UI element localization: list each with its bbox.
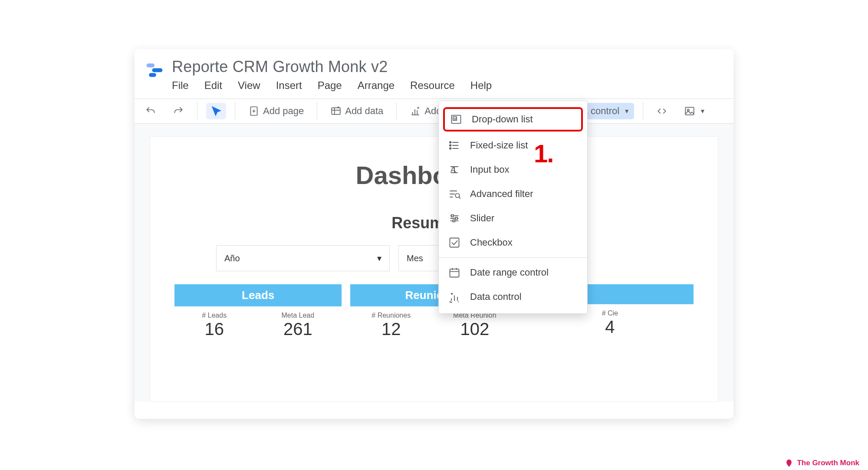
menu-insert[interactable]: Insert xyxy=(276,79,302,92)
svg-point-14 xyxy=(450,141,451,143)
page-title: Dashboard C xyxy=(174,161,694,190)
svg-rect-23 xyxy=(450,269,459,277)
menu-item-dropdown-list[interactable]: Drop-down list xyxy=(443,107,583,131)
menu-item-advanced-filter[interactable]: Advanced filter xyxy=(439,182,587,206)
header: Reporte CRM Growth Monk v2 File Edit Vie… xyxy=(135,49,733,92)
svg-rect-10 xyxy=(685,107,694,115)
menu-item-slider[interactable]: Slider xyxy=(439,206,587,230)
svg-point-18 xyxy=(455,194,459,197)
report-page: Dashboard C Resumen Y Año▾ Mes Leads # L… xyxy=(150,137,718,401)
calendar-icon xyxy=(448,266,460,279)
section-title: Resumen Y xyxy=(174,214,694,232)
checkbox-icon xyxy=(448,237,460,249)
embed-button[interactable] xyxy=(652,103,672,119)
redo-button[interactable] xyxy=(168,103,188,119)
menu-edit[interactable]: Edit xyxy=(204,79,222,92)
svg-point-16 xyxy=(450,148,451,149)
svg-text:A: A xyxy=(450,165,456,174)
add-control-menu: Drop-down list Fixed-size list A Input b… xyxy=(438,101,588,314)
data-control-icon xyxy=(448,291,460,303)
menu-resource[interactable]: Resource xyxy=(410,79,455,92)
svg-rect-22 xyxy=(450,238,459,247)
menu-arrange[interactable]: Arrange xyxy=(358,79,395,92)
image-button[interactable]: ▼ xyxy=(680,103,710,119)
svg-rect-2 xyxy=(149,73,156,77)
menu-item-input-box[interactable]: A Input box xyxy=(439,158,587,182)
menubar: File Edit View Insert Page Arrange Resou… xyxy=(171,79,723,92)
svg-rect-19 xyxy=(451,215,454,217)
menu-item-date-range[interactable]: Date range control xyxy=(439,260,587,285)
select-tool-button[interactable] xyxy=(206,103,226,119)
card-leads[interactable]: Leads # Leads16 Meta Lead261 xyxy=(174,284,342,339)
footer-brand: The Growth Monk xyxy=(785,459,859,467)
app-window: Reporte CRM Growth Monk v2 File Edit Vie… xyxy=(135,49,733,419)
brand-icon xyxy=(785,459,793,467)
canvas-area[interactable]: Dashboard C Resumen Y Año▾ Mes Leads # L… xyxy=(135,124,733,401)
looker-studio-logo xyxy=(145,58,171,80)
svg-point-15 xyxy=(450,145,451,146)
toolbar: Add page Add data Add a chart▼ ▼ Add a c… xyxy=(135,99,733,124)
svg-rect-20 xyxy=(455,217,457,220)
svg-rect-21 xyxy=(453,220,455,222)
doc-title[interactable]: Reporte CRM Growth Monk v2 xyxy=(172,58,723,76)
menu-item-fixed-list[interactable]: Fixed-size list xyxy=(439,133,587,158)
svg-rect-4 xyxy=(332,108,340,114)
input-box-icon: A xyxy=(448,164,460,176)
list-icon xyxy=(448,139,460,151)
annotation-marker-1: 1. xyxy=(534,139,553,168)
filter-year[interactable]: Año▾ xyxy=(216,245,390,271)
menu-page[interactable]: Page xyxy=(318,79,342,92)
menu-view[interactable]: View xyxy=(238,79,260,92)
menu-item-data-control[interactable]: Data control xyxy=(439,285,587,309)
add-page-button[interactable]: Add page xyxy=(244,103,308,119)
advanced-filter-icon xyxy=(448,188,460,200)
dropdown-icon xyxy=(450,113,462,125)
svg-rect-0 xyxy=(147,63,155,67)
undo-button[interactable] xyxy=(141,103,161,119)
menu-help[interactable]: Help xyxy=(470,79,492,92)
add-data-button[interactable]: Add data xyxy=(326,103,388,119)
svg-rect-1 xyxy=(152,68,163,72)
slider-icon xyxy=(448,212,460,224)
menu-file[interactable]: File xyxy=(172,79,189,92)
menu-item-checkbox[interactable]: Checkbox xyxy=(439,230,587,255)
